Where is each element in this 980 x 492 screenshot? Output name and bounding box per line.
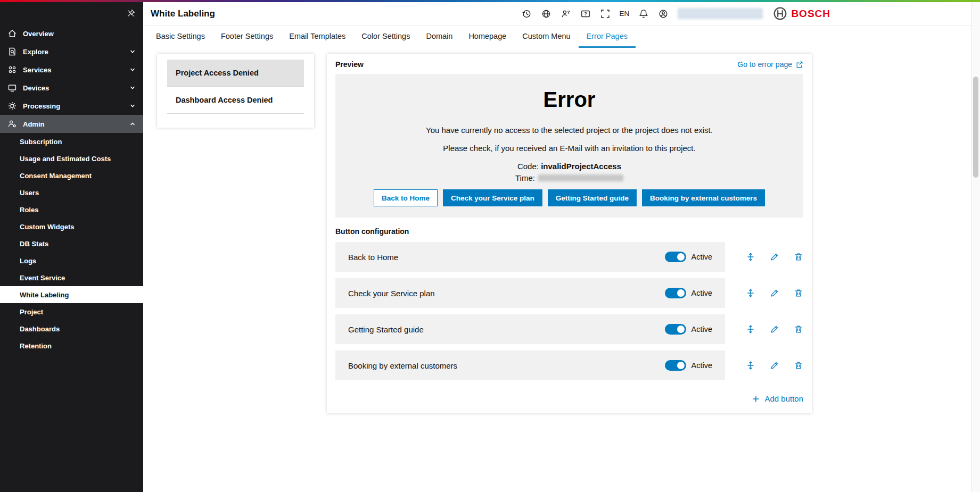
support-icon[interactable]: ?: [561, 9, 571, 19]
tab[interactable]: Color Settings: [353, 26, 418, 48]
active-toggle[interactable]: [665, 252, 686, 262]
delete-row-icon[interactable]: [794, 252, 803, 262]
preview-error-button[interactable]: Booking by external customers: [642, 189, 765, 206]
help-card-icon[interactable]: ?: [580, 9, 591, 19]
tab[interactable]: Footer Settings: [213, 26, 281, 48]
button-config-label: Back to Home: [348, 253, 398, 262]
explore-icon: [7, 47, 17, 56]
button-config-label: Getting Started guide: [348, 325, 424, 334]
preview-message-line2: Please check, if you received an E-Mail …: [335, 144, 803, 153]
active-toggle[interactable]: [665, 360, 686, 371]
chevron-up-icon: [129, 121, 136, 127]
admin-submenu-item[interactable]: Usage and Estimated Costs: [0, 150, 143, 167]
sidebar: Overview Explore Services Devices Proces…: [0, 2, 143, 492]
tab[interactable]: Error Pages: [579, 26, 636, 48]
error-page-list-item[interactable]: Project Access Denied: [167, 60, 304, 87]
tab[interactable]: Homepage: [460, 26, 514, 48]
delete-row-icon[interactable]: [794, 288, 803, 298]
bosch-anchor-mark-icon: [773, 6, 787, 21]
tab-label: Email Templates: [289, 32, 345, 40]
fullscreen-icon[interactable]: [600, 9, 611, 19]
move-row-icon[interactable]: [746, 324, 755, 334]
preview-code-line: Code: invalidProjectAccess: [335, 162, 803, 171]
toggle-knob: [677, 362, 685, 369]
go-to-error-page-link[interactable]: Go to error page: [737, 60, 803, 69]
preview-section-label: Preview: [335, 60, 364, 69]
admin-submenu-item[interactable]: Roles: [0, 201, 143, 218]
tab-label: Basic Settings: [156, 32, 205, 40]
sidebar-item-label: Processing: [23, 102, 60, 110]
admin-submenu-item[interactable]: Users: [0, 184, 143, 201]
delete-row-icon[interactable]: [794, 361, 803, 370]
admin-submenu-item[interactable]: Logs: [0, 252, 143, 269]
page-title: White Labeling: [151, 9, 215, 19]
bosch-supergraphic-strip: [0, 0, 980, 2]
admin-submenu-item-label: Custom Widgets: [20, 223, 74, 231]
delete-row-icon[interactable]: [794, 324, 803, 334]
sidebar-item-devices[interactable]: Devices: [0, 79, 143, 97]
language-selector[interactable]: EN: [620, 10, 630, 18]
admin-submenu-item[interactable]: Consent Management: [0, 167, 143, 184]
vertical-scrollbar[interactable]: [971, 2, 980, 492]
admin-submenu-item[interactable]: White Labeling: [0, 286, 143, 303]
edit-row-icon[interactable]: [770, 324, 779, 334]
error-page-list-item-label: Dashboard Access Denied: [176, 96, 273, 104]
plus-icon: [752, 395, 760, 403]
sidebar-item-processing[interactable]: Processing: [0, 97, 143, 115]
add-button-link[interactable]: Add button: [752, 394, 803, 403]
button-config-row: Check your Service plan Active: [335, 278, 803, 308]
button-config-row-body: Back to Home Active: [335, 242, 725, 272]
notifications-bell-icon[interactable]: [638, 9, 649, 19]
tab-bar: Basic Settings Footer Settings Email Tem…: [143, 26, 980, 48]
toggle-status-label: Active: [691, 253, 713, 261]
button-config-row: Booking by external customers Active: [335, 351, 803, 380]
preview-error-button[interactable]: Check your Service plan: [443, 189, 542, 206]
preview-error-button[interactable]: Getting Started guide: [548, 189, 637, 206]
admin-submenu-item[interactable]: Subscription: [0, 133, 143, 150]
admin-submenu-item-label: Subscription: [20, 138, 62, 146]
admin-submenu-item[interactable]: DB Stats: [0, 235, 143, 252]
move-row-icon[interactable]: [746, 252, 755, 262]
button-config-row: Back to Home Active: [335, 242, 803, 272]
admin-submenu-item[interactable]: Custom Widgets: [0, 218, 143, 235]
toggle-knob: [677, 326, 685, 333]
admin-submenu-item-label: Retention: [20, 342, 52, 350]
svg-text:?: ?: [584, 11, 587, 16]
error-page-list-item[interactable]: Dashboard Access Denied: [167, 87, 304, 114]
edit-row-icon[interactable]: [770, 252, 779, 262]
globe-icon[interactable]: [541, 9, 551, 19]
preview-buttons-row: Back to Home Check your Service plan Get…: [335, 189, 803, 206]
move-row-icon[interactable]: [746, 288, 755, 298]
bosch-logo: BOSCH: [773, 6, 830, 21]
admin-submenu-item[interactable]: Event Service: [0, 269, 143, 286]
unpin-sidebar-icon[interactable]: [126, 9, 136, 18]
admin-submenu-item-label: Logs: [20, 257, 36, 265]
tab[interactable]: Email Templates: [281, 26, 353, 48]
active-toggle[interactable]: [665, 324, 686, 335]
admin-submenu-item[interactable]: Project: [0, 303, 143, 320]
user-account-icon[interactable]: [658, 9, 669, 19]
sidebar-item-services[interactable]: Services: [0, 61, 143, 79]
tab[interactable]: Custom Menu: [514, 26, 578, 48]
chevron-down-icon: [129, 103, 136, 109]
edit-row-icon[interactable]: [770, 361, 779, 370]
time-label: Time:: [515, 173, 535, 182]
tab[interactable]: Domain: [418, 26, 460, 48]
move-row-icon[interactable]: [746, 361, 755, 370]
sidebar-item-admin[interactable]: Admin: [0, 115, 143, 133]
admin-submenu-item-label: White Labeling: [20, 291, 69, 299]
sidebar-item-overview[interactable]: Overview: [0, 24, 143, 43]
history-icon[interactable]: [521, 9, 532, 19]
tab[interactable]: Basic Settings: [148, 26, 213, 48]
preview-error-button[interactable]: Back to Home: [374, 189, 438, 206]
active-toggle[interactable]: [665, 288, 686, 298]
error-pages-list-card: Project Access Denied Dashboard Access D…: [157, 54, 314, 128]
scrollbar-thumb[interactable]: [973, 77, 978, 178]
sidebar-item-explore[interactable]: Explore: [0, 43, 143, 61]
chevron-down-icon: [129, 66, 136, 73]
edit-row-icon[interactable]: [770, 288, 779, 298]
admin-submenu-item-label: Project: [20, 308, 43, 316]
admin-submenu-item[interactable]: Dashboards: [0, 320, 143, 337]
admin-submenu-item[interactable]: Retention: [0, 337, 143, 354]
admin-submenu: Subscription Usage and Estimated Costs C…: [0, 133, 143, 354]
